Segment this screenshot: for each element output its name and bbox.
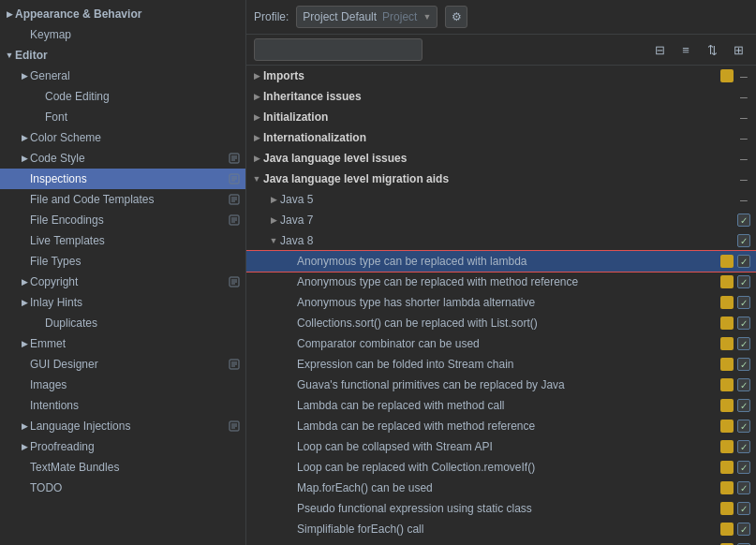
inspection-row[interactable]: ▶Java language level issues– (246, 148, 756, 169)
row-arrow-icon[interactable]: ▶ (250, 86, 263, 107)
sidebar-item-language-injections[interactable]: ▶Language Injections (0, 416, 245, 436)
inspection-row[interactable]: ▼Java 8 (246, 230, 756, 251)
tree-arrow-icon[interactable]: ▶ (19, 132, 30, 143)
severity-color-box (720, 296, 734, 309)
row-arrow-icon[interactable]: ▶ (250, 66, 263, 86)
inspection-row[interactable]: Anonymous type has shorter lambda altern… (246, 292, 756, 313)
inspection-row[interactable]: Single Map method can be used (246, 539, 756, 545)
row-arrow-icon[interactable]: ▶ (267, 210, 280, 230)
inspection-row[interactable]: Pseudo functional expression using stati… (246, 498, 756, 519)
inspection-row[interactable]: ▶Internationalization– (246, 127, 756, 148)
sidebar-item-file-encodings[interactable]: File Encodings (0, 210, 245, 230)
sidebar-item-label: Code Style (30, 152, 227, 165)
sidebar-item-inspections[interactable]: Inspections (0, 169, 245, 189)
import-button[interactable]: ⊞ (728, 39, 749, 60)
checkbox[interactable] (735, 521, 752, 538)
inspection-row[interactable]: ▶Initialization– (246, 107, 756, 127)
checkbox[interactable] (735, 253, 752, 270)
row-label: Inheritance issues (263, 90, 720, 103)
checkbox[interactable] (735, 418, 752, 435)
inspection-row[interactable]: Comparator combinator can be used (246, 333, 756, 354)
checkbox[interactable] (735, 315, 752, 331)
inspection-row[interactable]: ▶Inheritance issues– (246, 86, 756, 107)
tree-arrow-icon[interactable]: ▶ (19, 297, 30, 308)
sidebar-item-textmate-bundles[interactable]: TextMate Bundles (0, 457, 245, 478)
sidebar-item-gui-designer[interactable]: GUI Designer (0, 354, 245, 375)
sidebar-item-images[interactable]: Images (0, 375, 245, 395)
sidebar-item-editor[interactable]: ▼Editor (0, 45, 245, 66)
tree-arrow-icon[interactable]: ▶ (19, 153, 30, 164)
sidebar-item-file-types[interactable]: File Types (0, 251, 245, 272)
checkbox[interactable] (735, 356, 752, 373)
inspection-row[interactable]: Map.forEach() can be used (246, 478, 756, 498)
sidebar-item-color-scheme[interactable]: ▶Color Scheme (0, 127, 245, 148)
sidebar-item-proofreading[interactable]: ▶Proofreading (0, 436, 245, 457)
inspection-row[interactable]: Lambda can be replaced with method refer… (246, 416, 756, 436)
gear-button[interactable]: ⚙ (445, 6, 467, 28)
sidebar-item-inlay-hints[interactable]: ▶Inlay Hints (0, 292, 245, 313)
collapse-all-button[interactable]: ⇅ (702, 39, 722, 60)
inspection-row[interactable]: Anonymous type can be replaced with lamb… (246, 251, 756, 272)
checkbox[interactable] (735, 294, 752, 311)
sidebar-item-appearance[interactable]: ▶Appearance & Behavior (0, 4, 245, 24)
tree-arrow-icon[interactable]: ▶ (19, 276, 30, 287)
inspection-row[interactable]: Guava's functional primitives can be rep… (246, 375, 756, 395)
row-arrow-icon[interactable]: ▶ (250, 107, 263, 127)
checkbox[interactable] (735, 212, 752, 228)
row-arrow-icon[interactable]: ▼ (250, 169, 263, 189)
tree-arrow-icon[interactable]: ▶ (19, 420, 30, 432)
row-arrow-icon (284, 416, 297, 436)
inspection-row[interactable]: Loop can be collapsed with Stream API (246, 436, 756, 457)
sidebar-item-duplicates[interactable]: Duplicates (0, 313, 245, 333)
tree-arrow-icon[interactable]: ▼ (4, 50, 15, 61)
sidebar-item-code-style[interactable]: ▶Code Style (0, 148, 245, 169)
sidebar-item-keymap[interactable]: Keymap (0, 24, 245, 45)
inspection-row[interactable]: Collections.sort() can be replaced with … (246, 313, 756, 333)
checkbox[interactable] (735, 438, 752, 455)
row-arrow-icon[interactable]: ▶ (250, 148, 263, 169)
sidebar-item-emmet[interactable]: ▶Emmet (0, 333, 245, 354)
checkbox[interactable] (735, 500, 752, 517)
inspection-row[interactable]: ▼Java language level migration aids– (246, 169, 756, 189)
row-arrow-icon[interactable]: ▼ (267, 230, 280, 251)
checkbox[interactable] (735, 397, 752, 414)
checkbox[interactable] (735, 232, 752, 249)
checkbox[interactable] (735, 541, 752, 545)
inspection-row[interactable]: ▶Imports– (246, 66, 756, 86)
row-arrow-icon[interactable]: ▶ (267, 189, 280, 210)
profile-dropdown[interactable]: Project Default Project ▼ (296, 6, 437, 28)
search-input[interactable] (254, 38, 422, 61)
checkbox[interactable] (735, 273, 752, 290)
profile-label: Profile: (254, 10, 289, 23)
tree-arrow-icon[interactable]: ▶ (19, 70, 30, 81)
inspection-row[interactable]: ▶Java 7 (246, 210, 756, 230)
sidebar-item-live-templates[interactable]: Live Templates (0, 230, 245, 251)
row-arrow-icon (284, 272, 297, 292)
sidebar-item-file-code-templates[interactable]: File and Code Templates (0, 189, 245, 210)
sidebar-item-code-editing[interactable]: Code Editing (0, 86, 245, 107)
dropdown-arrow-icon: ▼ (422, 12, 431, 22)
checkbox[interactable] (735, 376, 752, 393)
inspection-row[interactable]: Expression can be folded into Stream cha… (246, 354, 756, 375)
checkbox[interactable] (735, 335, 752, 352)
inspection-row[interactable]: Simplifiable forEach() call (246, 519, 756, 539)
expand-all-button[interactable]: ≡ (675, 39, 696, 60)
settings-icon (227, 192, 242, 207)
sidebar-item-copyright[interactable]: ▶Copyright (0, 272, 245, 292)
inspection-row[interactable]: ▶Java 5– (246, 189, 756, 210)
filter-button[interactable]: ⊟ (649, 39, 670, 60)
tree-arrow-icon[interactable]: ▶ (4, 8, 15, 20)
sidebar-item-intentions[interactable]: Intentions (0, 395, 245, 416)
inspection-row[interactable]: Anonymous type can be replaced with meth… (246, 272, 756, 292)
inspection-row[interactable]: Lambda can be replaced with method call (246, 395, 756, 416)
checkbox[interactable] (735, 479, 752, 496)
checkbox[interactable] (735, 459, 752, 476)
inspection-row[interactable]: Loop can be replaced with Collection.rem… (246, 457, 756, 478)
sidebar-item-todo[interactable]: TODO (0, 478, 245, 498)
tree-arrow-icon[interactable]: ▶ (19, 338, 30, 349)
row-arrow-icon[interactable]: ▶ (250, 127, 263, 148)
sidebar-item-general[interactable]: ▶General (0, 66, 245, 86)
severity-color-box (720, 337, 734, 350)
sidebar-item-font[interactable]: Font (0, 107, 245, 127)
tree-arrow-icon[interactable]: ▶ (19, 441, 30, 452)
